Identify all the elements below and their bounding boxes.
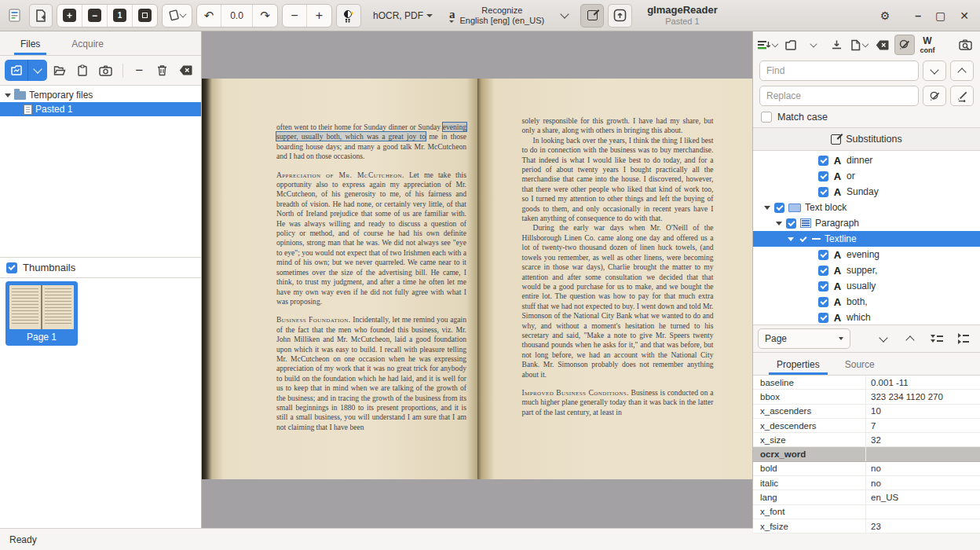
rotation-increase-button[interactable]: + [307,5,331,27]
add-images-button[interactable] [29,4,53,28]
thumbnails-checkbox[interactable] [6,262,17,273]
settings-gear-icon[interactable]: ⚙ [880,9,890,22]
collapse-all-button[interactable] [925,329,949,348]
find-replace-toggle[interactable] [894,35,915,55]
ocr-tree-row[interactable]: Paragraph [753,215,980,231]
thumbnail-page-1[interactable]: Page 1 [5,281,78,346]
rotate-mode-group [162,4,192,28]
expander-icon[interactable] [775,222,782,226]
item-checkbox[interactable] [818,266,828,276]
tree-root-temporary-files[interactable]: Temporary files [0,88,201,102]
rotation-value[interactable]: 0.0 [221,5,253,27]
property-row[interactable]: x_ascenders10 [753,405,980,419]
item-checkbox[interactable] [818,313,828,323]
next-item-button[interactable] [872,328,895,349]
recognize-button[interactable]: a Recognize English [eng] (en_US) [444,4,549,28]
zoom-fit-button[interactable] [133,5,157,27]
replace-button[interactable] [923,86,946,106]
preview-button[interactable] [956,35,976,55]
item-checkbox[interactable] [798,234,808,244]
ocr-tree-row[interactable]: Textline [753,231,980,247]
rotate-left-button[interactable]: ↶ [197,5,221,27]
ocr-mode-dropdown[interactable]: hOCR, PDF [365,4,441,28]
property-row[interactable]: baseline0.001 -11 [753,376,980,390]
expander-icon[interactable] [763,206,770,210]
item-checkbox[interactable] [818,281,828,292]
find-next-button[interactable] [923,60,946,81]
paste-button[interactable] [72,60,94,81]
replace-input[interactable] [759,86,919,106]
export-document-dropdown[interactable] [849,35,869,55]
expander-icon[interactable] [787,237,794,241]
item-checkbox[interactable] [818,156,828,166]
find-input[interactable] [759,60,919,81]
book-paragraph: Business Foundation. Incidentally, let m… [276,315,466,432]
export-button[interactable] [608,4,632,28]
property-row[interactable]: langen_US [753,490,980,504]
toggle-output-pane-button[interactable] [580,4,604,28]
save-hocr-button[interactable] [826,35,847,55]
clear-output-button[interactable] [872,35,892,55]
item-checkbox[interactable] [818,250,828,260]
ocr-tree-row[interactable]: Awhich [753,310,980,324]
thumbnail-caption: Page 1 [9,332,74,343]
item-checkbox[interactable] [774,203,784,213]
recognize-options-dropdown[interactable] [553,4,576,28]
match-case-checkbox[interactable] [761,112,772,123]
item-checkbox[interactable] [786,218,796,229]
property-row[interactable]: x_descenders7 [753,419,980,433]
add-image-dropdown[interactable] [28,60,47,81]
item-checkbox[interactable] [818,187,828,197]
minimize-button[interactable]: – [915,9,921,22]
expander-icon[interactable] [5,94,11,97]
maximize-button[interactable]: ▢ [935,9,945,22]
remove-source-button[interactable]: − [129,60,151,81]
tab-properties[interactable]: Properties [766,353,831,375]
page-target-dropdown[interactable]: Page [758,328,850,349]
ocr-tree-row[interactable]: Ausually [753,278,980,294]
open-folder-button[interactable] [49,60,71,81]
previous-item-button[interactable] [898,328,922,349]
delete-source-button[interactable] [152,60,174,81]
item-checkbox[interactable] [818,297,828,307]
rotation-decrease-button[interactable]: − [283,5,307,27]
image-controls-button[interactable] [336,4,361,28]
screenshot-button[interactable] [95,60,117,81]
tab-source[interactable]: Source [834,353,886,375]
replace-all-button[interactable] [950,86,974,106]
tree-item-pasted-1[interactable]: Pasted 1 [0,102,201,116]
image-canvas[interactable]: often went to their home for Sunday dinn… [202,31,752,528]
ocr-tree-row[interactable]: Text block [753,200,980,215]
tab-acquire[interactable]: Acquire [59,31,116,55]
zoom-original-button[interactable]: 1 [108,5,133,27]
show-confidence-button[interactable]: W conf [917,35,938,55]
zoom-in-button[interactable]: + [57,5,82,27]
property-row[interactable]: x_fsize23 [753,519,980,534]
property-row[interactable]: italicno [753,476,980,490]
property-row[interactable]: ocrx_word [753,447,980,461]
substitutions-button[interactable]: Substitutions [753,127,980,151]
ocr-tree-row[interactable]: Aor [753,168,980,184]
tab-files[interactable]: Files [8,31,53,55]
close-button[interactable]: ✕ [960,9,969,22]
property-row[interactable]: boldno [753,462,980,476]
item-checkbox[interactable] [818,171,828,182]
expand-all-button[interactable] [952,329,975,348]
rotate-mode-dropdown[interactable] [163,5,192,27]
ocr-tree-row[interactable]: Aevening [753,247,980,262]
ocr-tree-row[interactable]: Asupper, [753,262,980,278]
ocr-tree-row[interactable]: Aboth, [753,294,980,310]
find-previous-button[interactable] [950,60,974,81]
ocr-tree-row[interactable]: ASunday [753,184,980,200]
add-image-button[interactable] [5,60,28,81]
open-hocr-button[interactable] [781,35,801,55]
clear-sources-button[interactable] [175,60,197,81]
zoom-out-button[interactable]: − [82,5,108,27]
rotate-right-button[interactable]: ↷ [253,5,277,27]
property-row[interactable]: x_font [753,505,980,519]
ocr-tree-row[interactable]: Adinner [753,152,980,168]
insert-mode-dropdown[interactable] [757,35,778,55]
open-hocr-dropdown[interactable] [803,35,824,55]
property-row[interactable]: x_size32 [753,433,980,447]
property-row[interactable]: bbox323 234 1120 270 [753,390,980,404]
